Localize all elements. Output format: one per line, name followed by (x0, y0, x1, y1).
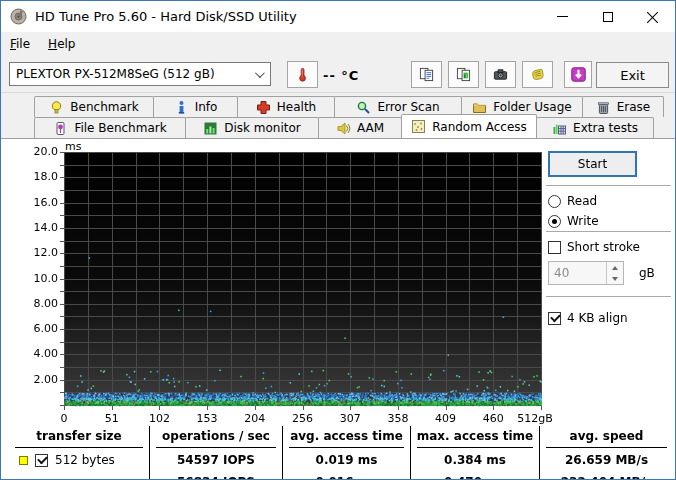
copy-text-button[interactable] (411, 61, 442, 88)
separator (546, 185, 671, 186)
download-arrow-icon (571, 67, 586, 82)
x-tick-label: 358 (375, 412, 421, 425)
tab-file-benchmark[interactable]: File Benchmark (34, 117, 186, 138)
hand-pages-icon (530, 67, 545, 82)
y-tick-label: 4.00 (24, 347, 58, 360)
app-window: HD Tune Pro 5.60 - Hard Disk/SSD Utility… (0, 0, 676, 480)
tab-label: Error Scan (377, 100, 439, 114)
y-tick-label: 12.0 (24, 246, 58, 259)
y-tick-label: 10.0 (24, 272, 58, 285)
lightbulb-icon (49, 100, 64, 115)
tab-random-access[interactable]: Random Access (401, 114, 537, 138)
screenshot-button[interactable] (485, 61, 516, 88)
max-access-value: 0.384 ms (411, 453, 539, 467)
avg-speed-value-row2: 232.404 MB/s (540, 475, 673, 480)
series-color-swatch (19, 456, 28, 465)
tab-label: Random Access (432, 120, 527, 134)
operations-value: 54597 IOPS (150, 453, 282, 467)
align-option[interactable]: 4 KB align (548, 311, 628, 325)
scatter-plot-canvas (56, 152, 542, 413)
short-stroke-size-spinner[interactable] (548, 261, 624, 285)
tab-label: AAM (357, 121, 384, 135)
tab-erase[interactable]: Erase (582, 96, 664, 117)
close-button[interactable] (630, 1, 675, 32)
x-tick-label: 409 (423, 412, 469, 425)
write-radio-option[interactable]: Write (548, 214, 599, 228)
short-stroke-size-input[interactable] (549, 262, 606, 284)
y-tick-label: 16.0 (24, 196, 58, 209)
y-tick-label: 6.00 (24, 322, 58, 335)
tab-label: Folder Usage (493, 100, 571, 114)
spinner-down-button[interactable] (607, 273, 623, 284)
x-tick-label: 153 (184, 412, 230, 425)
header-operations: operations / sec (150, 429, 282, 443)
tab-label: Health (277, 100, 316, 114)
test-controls-panel: Start Read Write Short stroke (541, 139, 676, 439)
tab-aam[interactable]: AAM (318, 117, 402, 138)
temperature-button[interactable] (287, 61, 318, 88)
x-tick-label: 0 (41, 412, 87, 425)
folder-icon (472, 100, 487, 115)
transfer-size-cell: 512 bytes (19, 453, 115, 467)
title-bar: HD Tune Pro 5.60 - Hard Disk/SSD Utility (1, 1, 675, 32)
x-tick-label: 460 (470, 412, 516, 425)
read-radio-option[interactable]: Read (548, 194, 597, 208)
header-underline (417, 447, 533, 448)
short-stroke-label: Short stroke (567, 240, 640, 254)
arrow-down-icon (612, 277, 618, 281)
start-button[interactable]: Start (548, 151, 637, 177)
maximize-icon (603, 12, 613, 22)
menu-file[interactable]: File (1, 34, 39, 54)
tab-info[interactable]: Info (153, 96, 238, 117)
tab-label: Benchmark (70, 100, 138, 114)
header-underline (546, 447, 667, 448)
scatter-icon (411, 119, 426, 134)
read-radio[interactable] (548, 195, 561, 208)
copy-image-button[interactable] (448, 61, 479, 88)
short-stroke-option[interactable]: Short stroke (548, 240, 640, 254)
drive-selector-dropdown[interactable]: PLEXTOR PX-512M8SeG (512 gB) (9, 62, 271, 86)
max-access-value-row2: 0.470 ms (411, 475, 539, 480)
tab-disk-monitor[interactable]: Disk monitor (185, 117, 319, 138)
exit-button[interactable]: Exit (596, 62, 669, 88)
update-download-button[interactable] (564, 61, 592, 88)
write-label: Write (567, 214, 599, 228)
tab-label: Info (195, 100, 218, 114)
header-transfer-size: transfer size (9, 429, 149, 443)
y-tick-label: 20.0 (24, 145, 58, 158)
avg-access-value: 0.019 ms (283, 453, 410, 467)
tab-benchmark[interactable]: Benchmark (34, 96, 154, 117)
toolbar: PLEXTOR PX-512M8SeG (512 gB) -- °C (1, 56, 675, 93)
hdtune-app-icon (10, 8, 27, 25)
camera-icon (493, 67, 508, 82)
bar-chart-icon (203, 121, 218, 136)
tab-extra-tests[interactable]: Extra tests (536, 117, 654, 138)
tab-health[interactable]: Health (237, 96, 335, 117)
tab-label: Disk monitor (224, 121, 301, 135)
header-max-access: max. access time (411, 429, 539, 443)
y-tick-label: 18.0 (24, 170, 58, 183)
menu-bar: File Help (1, 32, 675, 56)
operations-value-row2: 56834 IOPS (150, 475, 282, 480)
temperature-readout: -- °C (323, 68, 359, 83)
menu-help[interactable]: Help (39, 34, 84, 54)
drive-selector-value: PLEXTOR PX-512M8SeG (512 gB) (16, 67, 215, 81)
spinner-up-button[interactable] (607, 262, 623, 273)
short-stroke-checkbox[interactable] (548, 241, 561, 254)
maximize-button[interactable] (585, 1, 630, 32)
header-underline (156, 447, 276, 448)
tab-label: Erase (617, 100, 651, 114)
header-avg-access: avg. access time (283, 429, 410, 443)
y-tick-label: 14.0 (24, 221, 58, 234)
options-button[interactable] (522, 61, 553, 88)
separator (546, 231, 671, 232)
file-benchmark-icon (53, 121, 68, 136)
minimize-button[interactable] (540, 1, 585, 32)
arrow-up-icon (612, 266, 618, 270)
transfer-size-checkbox[interactable] (35, 454, 48, 467)
write-radio[interactable] (548, 215, 561, 228)
info-icon (174, 100, 189, 115)
align-checkbox[interactable] (548, 312, 561, 325)
y-tick-label: 2.00 (24, 373, 58, 386)
tab-label: File Benchmark (74, 121, 166, 135)
